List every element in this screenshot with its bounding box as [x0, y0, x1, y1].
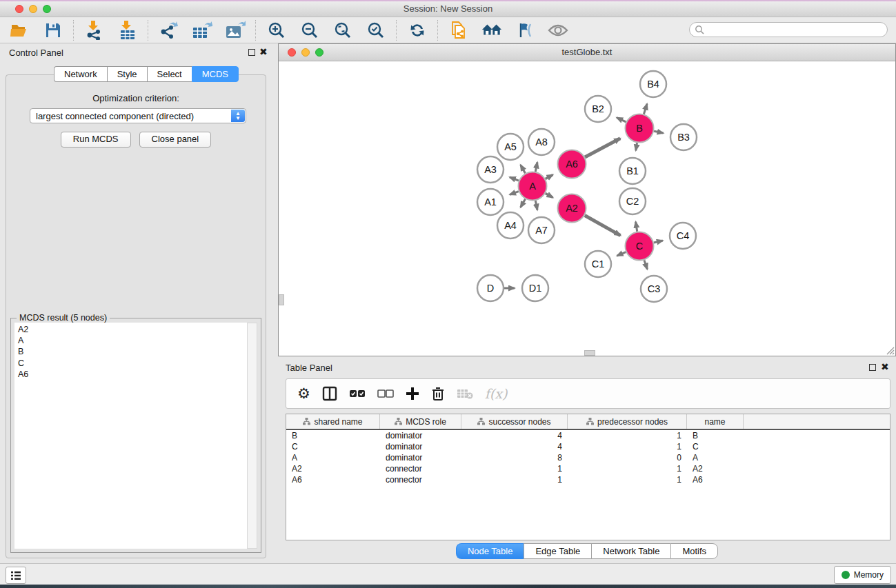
- cell[interactable]: C: [687, 441, 744, 452]
- cell[interactable]: A: [687, 452, 744, 463]
- import-network-icon[interactable]: [84, 20, 105, 41]
- edge-A2-C[interactable]: [585, 216, 621, 236]
- cell[interactable]: dominator: [380, 441, 461, 452]
- cell[interactable]: A: [286, 452, 380, 463]
- edge-A-A7[interactable]: [535, 201, 537, 210]
- node-A[interactable]: A: [519, 172, 547, 201]
- cell[interactable]: 1: [568, 463, 687, 474]
- unselect-all-checkboxes-icon[interactable]: [377, 384, 394, 403]
- search-input[interactable]: [689, 22, 888, 37]
- edge-A-A8[interactable]: [535, 162, 537, 172]
- node-A1[interactable]: A1: [477, 189, 504, 215]
- columns-icon[interactable]: [322, 384, 337, 403]
- table-row[interactable]: Cdominator41C: [286, 441, 890, 452]
- edge-A-A4[interactable]: [521, 199, 526, 207]
- node-D1[interactable]: D1: [522, 275, 548, 301]
- cell[interactable]: 1: [461, 463, 568, 474]
- edge-B-B1[interactable]: [636, 143, 637, 150]
- edge-A-A5[interactable]: [521, 165, 526, 173]
- home-views-icon[interactable]: [481, 20, 502, 41]
- node-B4[interactable]: B4: [640, 71, 666, 97]
- zoom-out-icon[interactable]: [299, 20, 320, 41]
- export-table-icon[interactable]: [192, 20, 212, 41]
- table-float-icon[interactable]: [869, 364, 876, 371]
- edge-A-A2[interactable]: [546, 194, 553, 198]
- add-column-icon[interactable]: [406, 384, 419, 403]
- cell[interactable]: 1: [568, 430, 687, 441]
- node-C2[interactable]: C2: [619, 188, 646, 214]
- memory-button[interactable]: Memory: [834, 566, 891, 584]
- delete-table-icon[interactable]: [457, 384, 473, 403]
- node-C[interactable]: C: [626, 232, 654, 261]
- table-row[interactable]: A6connector11A6: [286, 474, 890, 485]
- float-panel-icon[interactable]: [248, 49, 255, 56]
- export-image-icon[interactable]: [225, 20, 246, 41]
- result-item[interactable]: C: [18, 358, 247, 369]
- result-item[interactable]: A: [18, 335, 247, 346]
- cell[interactable]: 4: [461, 430, 568, 441]
- cell[interactable]: connector: [380, 463, 461, 474]
- cell[interactable]: 1: [568, 441, 687, 452]
- cell[interactable]: B: [286, 430, 380, 441]
- criterion-select[interactable]: largest connected component (directed) ▲…: [30, 108, 246, 123]
- cell[interactable]: A6: [286, 474, 380, 485]
- tab-edge-table[interactable]: Edge Table: [524, 543, 591, 559]
- edge-B-B4[interactable]: [644, 104, 647, 114]
- cell[interactable]: 8: [461, 452, 568, 463]
- table-body[interactable]: Bdominator41BCdominator41CAdominator80AA…: [286, 430, 890, 485]
- edge-C-C2[interactable]: [636, 222, 637, 232]
- node-A4[interactable]: A4: [497, 212, 524, 239]
- close-panel-button[interactable]: Close panel: [139, 132, 212, 148]
- import-table-icon[interactable]: [117, 20, 138, 41]
- tab-select[interactable]: Select: [147, 66, 192, 82]
- cell[interactable]: 1: [568, 474, 687, 485]
- table-row[interactable]: Bdominator41B: [286, 430, 890, 441]
- node-C4[interactable]: C4: [670, 223, 696, 249]
- edge-B-B3[interactable]: [654, 131, 664, 133]
- select-all-checkboxes-icon[interactable]: [349, 384, 366, 403]
- run-mcds-button[interactable]: Run MCDS: [61, 132, 131, 148]
- node-B2[interactable]: B2: [585, 96, 611, 122]
- edge-A-A3[interactable]: [510, 177, 519, 181]
- edge-C-C1[interactable]: [617, 252, 626, 256]
- column-header-successor-nodes[interactable]: successor nodes: [461, 414, 568, 429]
- result-scrollbar[interactable]: [247, 323, 257, 549]
- hide-flag-icon[interactable]: [515, 20, 535, 41]
- show-eye-icon[interactable]: [548, 20, 568, 41]
- export-network-icon[interactable]: [159, 20, 179, 41]
- tab-motifs[interactable]: Motifs: [670, 543, 718, 559]
- duplicate-network-icon[interactable]: [448, 20, 469, 41]
- node-C3[interactable]: C3: [641, 276, 667, 302]
- result-item[interactable]: A2: [18, 324, 247, 335]
- cell[interactable]: A2: [286, 463, 380, 474]
- edge-C-C3[interactable]: [644, 260, 647, 269]
- network-graph[interactable]: B4B2BB3A8A5A6A3B1AC2A1A2A4A7C4CC1C3DD1: [279, 61, 895, 356]
- column-header-shared-name[interactable]: shared name: [286, 414, 380, 429]
- close-panel-icon[interactable]: ✖: [259, 46, 268, 57]
- node-A5[interactable]: A5: [497, 134, 524, 160]
- zoom-fit-icon[interactable]: [332, 20, 353, 41]
- zoom-selected-icon[interactable]: [366, 20, 386, 41]
- cell[interactable]: dominator: [380, 430, 461, 441]
- tab-node-table[interactable]: Node Table: [456, 543, 524, 559]
- edge-A6-B[interactable]: [585, 139, 620, 157]
- delete-column-icon[interactable]: [431, 384, 445, 403]
- show-panel-button[interactable]: [6, 567, 26, 584]
- gear-icon[interactable]: ⚙: [297, 384, 310, 403]
- tab-network[interactable]: Network: [54, 66, 107, 82]
- open-session-icon[interactable]: [10, 20, 30, 41]
- cell[interactable]: A2: [687, 463, 744, 474]
- refresh-view-icon[interactable]: [407, 20, 428, 41]
- node-A7[interactable]: A7: [528, 217, 555, 243]
- table-row[interactable]: A2connector11A2: [286, 463, 890, 474]
- network-canvas[interactable]: B4B2BB3A8A5A6A3B1AC2A1A2A4A7C4CC1C3DD1: [279, 61, 895, 356]
- column-header-MCDS-role[interactable]: MCDS role: [380, 414, 461, 429]
- result-item[interactable]: A6: [18, 369, 247, 380]
- result-item[interactable]: B: [18, 346, 247, 357]
- table-row[interactable]: Adominator80A: [286, 452, 890, 463]
- cell[interactable]: 0: [568, 452, 687, 463]
- tab-mcds[interactable]: MCDS: [192, 66, 239, 82]
- table-header-row[interactable]: shared nameMCDS rolesuccessor nodesprede…: [286, 414, 890, 430]
- cell[interactable]: B: [687, 430, 744, 441]
- edge-A-A1[interactable]: [510, 192, 519, 195]
